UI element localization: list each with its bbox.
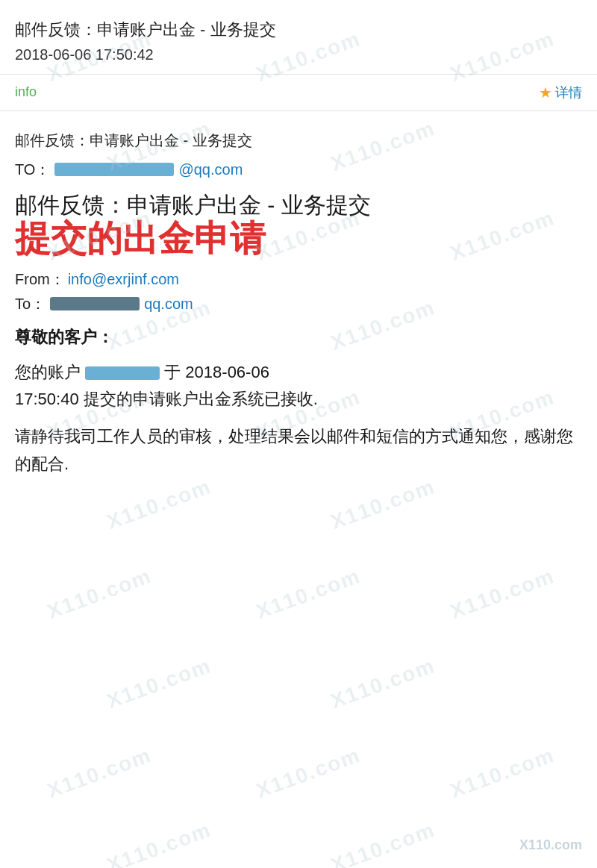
from-line: From： info@exrjinf.com — [15, 269, 582, 290]
email-title: 邮件反馈：申请账户出金 - 业务提交 — [15, 18, 582, 42]
email-subject-line1: 邮件反馈：申请账户出金 - 业务提交 — [15, 129, 582, 152]
info-bar: info ★ 详情 — [0, 75, 597, 111]
headline-red-part: 提交的出金申请 — [15, 219, 266, 259]
watermark-text: X110.com — [44, 564, 155, 624]
detail-link-label: 详情 — [555, 84, 582, 102]
to-email-suffix2[interactable]: qq.com — [144, 296, 193, 313]
body-para-1: 您的账户 于 2018-06-06 17:50:40 提交的申请账户出金系统已接… — [15, 359, 582, 413]
headline-black-part1: 邮件反馈：申请账户出金 - 业 — [15, 190, 304, 219]
watermark-text: X110.com — [253, 564, 364, 624]
bottom-watermark: X110.com — [519, 837, 582, 853]
redacted-to2-name — [50, 297, 140, 310]
to-line-2: To： qq.com — [15, 294, 582, 314]
watermark-text: X110.com — [253, 743, 364, 803]
star-icon: ★ — [539, 84, 552, 102]
info-label: info — [15, 84, 37, 100]
to-label: To： — [15, 294, 46, 314]
page-wrapper: 邮件反馈：申请账户出金 - 业务提交 2018-06-06 17:50:42 i… — [0, 0, 597, 868]
greeting: 尊敬的客户： — [15, 326, 582, 349]
para1-middle: 于 2018-06-06 — [164, 363, 269, 381]
redacted-to-name — [54, 163, 174, 176]
from-email[interactable]: info@exrjinf.com — [68, 271, 179, 288]
body-para-2: 请静待我司工作人员的审核，处理结果会以邮件和短信的方式通知您，感谢您的配合. — [15, 423, 582, 478]
email-body: 邮件反馈：申请账户出金 - 业务提交 TO： @qq.com 邮件反馈：申请账户… — [0, 111, 597, 506]
detail-link[interactable]: ★ 详情 — [539, 84, 582, 102]
redacted-account — [85, 366, 160, 380]
header-section: 邮件反馈：申请账户出金 - 业务提交 2018-06-06 17:50:42 — [0, 0, 597, 75]
from-label: From： — [15, 269, 65, 290]
email-datetime: 2018-06-06 17:50:42 — [15, 46, 582, 63]
watermark-text: X110.com — [447, 743, 558, 803]
watermark-text: X110.com — [328, 654, 439, 714]
watermark-text: X110.com — [104, 818, 215, 868]
big-headline-block: 邮件反馈：申请账户出金 - 业 务提交 提交的出金申请 — [15, 190, 582, 259]
para1-start: 您的账户 — [15, 363, 81, 381]
to-email-suffix[interactable]: @qq.com — [178, 161, 243, 178]
to-prefix: TO： — [15, 160, 50, 180]
watermark-text: X110.com — [447, 564, 558, 624]
watermark-text: X110.com — [104, 654, 215, 714]
watermark-text: X110.com — [328, 818, 439, 868]
watermark-text: X110.com — [44, 743, 155, 803]
para1-end: 17:50:40 提交的申请账户出金系统已接收. — [15, 390, 318, 408]
to-line: TO： @qq.com — [15, 160, 582, 180]
from-to-block: From： info@exrjinf.com To： qq.com — [15, 269, 582, 314]
headline-black-part2: 务提交 — [304, 190, 371, 219]
